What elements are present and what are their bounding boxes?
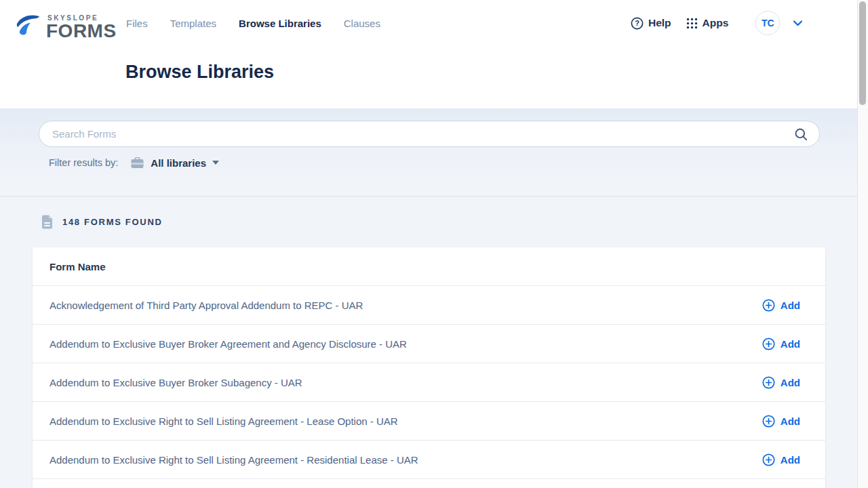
add-button-label: Add: [781, 377, 800, 388]
table-row[interactable]: Addendum to Exclusive Buyer Broker Agree…: [33, 324, 825, 363]
plus-circle-icon: [762, 338, 775, 350]
add-form-button[interactable]: Add: [762, 415, 800, 428]
svg-text:?: ?: [635, 19, 639, 27]
add-form-button[interactable]: Add: [762, 338, 800, 350]
page-title: Browse Libraries: [125, 62, 274, 83]
logo-text-forms: FORMS: [46, 22, 117, 41]
plus-circle-icon: [762, 453, 775, 466]
apps-label: Apps: [703, 17, 729, 29]
search-icon[interactable]: [794, 127, 808, 144]
scrollbar-thumb[interactable]: [859, 1, 866, 105]
search-input[interactable]: [39, 121, 819, 146]
table-row-partial: [33, 479, 825, 488]
library-filter-dropdown[interactable]: All libraries: [151, 157, 206, 169]
add-form-button[interactable]: Add: [762, 376, 800, 389]
table-row[interactable]: Addendum to Exclusive Right to Sell List…: [33, 401, 825, 440]
nav-item-browse-libraries[interactable]: Browse Libraries: [239, 18, 321, 29]
add-button-label: Add: [781, 415, 800, 427]
chevron-down-icon[interactable]: [793, 20, 803, 26]
search-filter-section: Filter results by: All libraries: [0, 108, 868, 196]
results-count-row: 148 FORMS FOUND: [41, 215, 163, 229]
top-header: SKYSLOPE FORMS Files Templates Browse Li…: [0, 0, 868, 108]
plus-circle-icon: [762, 299, 775, 312]
form-name: Addendum to Exclusive Buyer Broker Subag…: [50, 377, 302, 388]
forms-found-count: 148 FORMS FOUND: [62, 217, 163, 227]
briefcase-icon: [131, 157, 144, 169]
scrollbar-track[interactable]: [857, 0, 868, 488]
add-button-label: Add: [781, 454, 800, 466]
filter-row: Filter results by: All libraries: [49, 155, 219, 171]
form-name: Acknowledgement of Third Party Approval …: [50, 300, 363, 311]
skyslope-forms-logo[interactable]: SKYSLOPE FORMS: [15, 12, 117, 41]
main-nav: Files Templates Browse Libraries Clauses: [126, 18, 380, 29]
apps-button[interactable]: Apps: [686, 17, 729, 29]
results-section: 148 FORMS FOUND Form Name Acknowledgemen…: [0, 196, 868, 488]
help-button[interactable]: ? Help: [631, 17, 671, 30]
plus-circle-icon: [762, 415, 775, 428]
help-label: Help: [648, 17, 671, 29]
document-icon: [41, 215, 53, 229]
filter-label: Filter results by:: [49, 157, 118, 168]
table-header-row: Form Name: [33, 247, 825, 285]
table-row[interactable]: Acknowledgement of Third Party Approval …: [33, 285, 825, 324]
avatar-initials: TC: [762, 18, 774, 28]
add-form-button[interactable]: Add: [762, 453, 800, 466]
nav-item-files[interactable]: Files: [126, 18, 148, 29]
header-actions: ? Help Apps TC: [631, 11, 803, 35]
caret-down-icon[interactable]: [212, 161, 219, 165]
form-name: Addendum to Exclusive Buyer Broker Agree…: [50, 338, 407, 350]
skyslope-swoosh-icon: [15, 13, 43, 41]
column-header-form-name: Form Name: [50, 261, 106, 272]
form-name: Addendum to Exclusive Right to Sell List…: [50, 415, 398, 427]
add-form-button[interactable]: Add: [762, 299, 800, 312]
avatar[interactable]: TC: [755, 11, 780, 35]
help-icon: ?: [631, 17, 644, 30]
table-row[interactable]: Addendum to Exclusive Right to Sell List…: [33, 440, 825, 479]
form-name: Addendum to Exclusive Right to Sell List…: [50, 454, 418, 466]
add-button-label: Add: [781, 300, 800, 311]
nav-item-templates[interactable]: Templates: [170, 18, 216, 29]
plus-circle-icon: [762, 376, 775, 389]
add-button-label: Add: [781, 338, 800, 350]
search-box: [39, 121, 820, 147]
nav-item-clauses[interactable]: Clauses: [344, 18, 380, 29]
table-row[interactable]: Addendum to Exclusive Buyer Broker Subag…: [33, 363, 825, 401]
forms-table-card: Form Name Acknowledgement of Third Party…: [33, 247, 825, 488]
apps-grid-icon: [686, 18, 698, 29]
